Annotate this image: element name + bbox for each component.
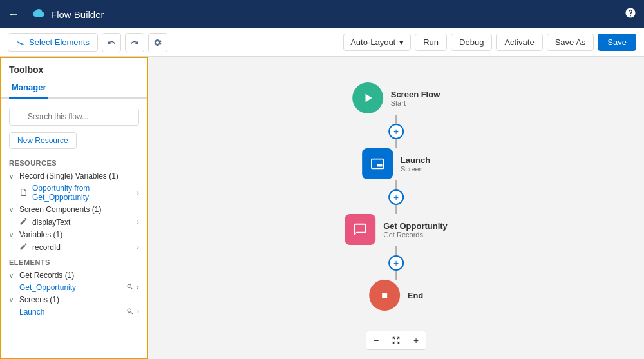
line bbox=[395, 180, 397, 189]
arrow-icon: › bbox=[137, 283, 139, 292]
zoom-fit-button[interactable] bbox=[386, 331, 406, 349]
header: ← Flow Builder bbox=[0, 0, 644, 28]
start-node-name: Screen Flow bbox=[391, 90, 440, 99]
launch-node-type: Screen bbox=[401, 165, 430, 173]
toolbar: Select Elements Auto-Layout ▾ Run Debug … bbox=[0, 28, 644, 57]
select-elements-button[interactable]: Select Elements bbox=[8, 33, 98, 52]
launch-node-name: Launch bbox=[401, 155, 430, 165]
end-node-name: End bbox=[408, 291, 424, 300]
zoom-in-button[interactable]: + bbox=[406, 331, 426, 349]
tree-item-get-records[interactable]: ∨ Get Records (1) bbox=[1, 269, 147, 282]
add-node-button-1[interactable]: + bbox=[388, 124, 404, 139]
zoom-out-button[interactable]: − bbox=[366, 331, 386, 349]
elements-section-label: ELEMENTS bbox=[1, 253, 147, 269]
tab-manager[interactable]: Manager bbox=[9, 79, 48, 99]
variable-icon bbox=[19, 242, 30, 252]
save-button[interactable]: Save bbox=[598, 34, 636, 51]
cloud-icon bbox=[33, 7, 44, 21]
variables-label: Variables (1) bbox=[19, 230, 139, 239]
toolbox-title: Toolbox bbox=[1, 58, 147, 79]
back-button[interactable]: ← bbox=[8, 8, 19, 20]
connector-3: + bbox=[388, 246, 404, 280]
end-node-text: End bbox=[408, 291, 424, 300]
get-opportunity-content: Get Opportunity Get Records bbox=[345, 214, 448, 245]
arrow-icon: › bbox=[137, 244, 139, 251]
tree-item-screen-components[interactable]: ∨ Screen Components (1) bbox=[1, 203, 147, 216]
cursor-icon bbox=[16, 37, 25, 48]
resources-section-label: RESOURCES bbox=[1, 154, 147, 170]
toolbox-tabs: Manager bbox=[1, 79, 147, 99]
settings-button[interactable] bbox=[148, 33, 167, 52]
add-node-button-2[interactable]: + bbox=[388, 189, 404, 205]
start-node: Screen Flow Start bbox=[352, 82, 440, 115]
element-child-get-opportunity[interactable]: Get_Opportunity › bbox=[1, 282, 147, 293]
chevron-icon: ∨ bbox=[9, 296, 17, 304]
tree-item-variables[interactable]: ∨ Variables (1) bbox=[1, 228, 147, 241]
start-node-content: Screen Flow Start bbox=[352, 82, 440, 113]
svg-rect-0 bbox=[382, 293, 387, 298]
new-resource-button[interactable]: New Resource bbox=[9, 132, 77, 149]
select-elements-label: Select Elements bbox=[29, 37, 90, 47]
auto-layout-button[interactable]: Auto-Layout ▾ bbox=[343, 34, 411, 51]
screen-components-label: Screen Components (1) bbox=[19, 205, 139, 214]
element-icons: › bbox=[126, 283, 139, 292]
launch-label: Launch bbox=[19, 307, 124, 316]
flow-diagram: Screen Flow Start + Launch bbox=[345, 82, 448, 312]
run-button[interactable]: Run bbox=[415, 34, 447, 51]
tree-child-record-id: recordId › bbox=[1, 241, 147, 253]
page-title: Flow Builder bbox=[51, 9, 618, 20]
component-icon bbox=[19, 217, 30, 227]
flow-canvas: Screen Flow Start + Launch bbox=[148, 57, 644, 359]
tree-item-record-vars[interactable]: ∨ Record (Single) Variables (1) bbox=[1, 170, 147, 182]
add-node-button-3[interactable]: + bbox=[388, 255, 404, 271]
screens-label: Screens (1) bbox=[19, 295, 139, 304]
get-opportunity-text: Get Opportunity Get Records bbox=[383, 221, 448, 238]
chevron-icon: ∨ bbox=[9, 272, 17, 279]
redo-button[interactable] bbox=[125, 33, 144, 52]
auto-layout-label: Auto-Layout bbox=[350, 37, 395, 47]
start-icon bbox=[352, 82, 383, 113]
arrow-icon: › bbox=[137, 218, 139, 226]
tree-item-screens[interactable]: ∨ Screens (1) bbox=[1, 293, 147, 306]
element-icons-2: › bbox=[126, 307, 139, 316]
record-vars-label: Record (Single) Variables (1) bbox=[19, 171, 139, 180]
start-node-text: Screen Flow Start bbox=[391, 90, 440, 107]
search-input[interactable] bbox=[9, 108, 139, 126]
tree-child-display-text: displayText › bbox=[1, 216, 147, 228]
main-area: Toolbox Manager New Resource RESOURCES ∨… bbox=[0, 57, 644, 359]
toolbox-content: New Resource RESOURCES ∨ Record (Single)… bbox=[1, 99, 147, 358]
chevron-down-icon: ▾ bbox=[399, 37, 404, 47]
line bbox=[395, 205, 397, 214]
undo-button[interactable] bbox=[102, 33, 121, 52]
record-id-label: recordId bbox=[32, 243, 135, 252]
debug-button[interactable]: Debug bbox=[451, 34, 492, 51]
zoom-controls: − + bbox=[366, 331, 426, 350]
chevron-icon: ∨ bbox=[9, 231, 17, 238]
arrow-icon-2: › bbox=[137, 307, 139, 316]
arrow-icon: › bbox=[137, 189, 139, 197]
line bbox=[395, 246, 397, 255]
launch-node: Launch Screen bbox=[362, 148, 430, 180]
start-node-type: Start bbox=[391, 99, 440, 107]
line bbox=[395, 139, 397, 148]
toolbar-right: Auto-Layout ▾ Run Debug Activate Save As… bbox=[343, 34, 636, 51]
chevron-icon: ∨ bbox=[9, 173, 17, 180]
screen-icon bbox=[362, 148, 393, 179]
search-small-icon-2[interactable] bbox=[126, 307, 134, 316]
launch-node-content: Launch Screen bbox=[362, 148, 430, 179]
tree-child-opportunity[interactable]: Opportunity from Get_Opportunity › bbox=[1, 182, 147, 203]
get-opportunity-label: Get_Opportunity bbox=[19, 283, 124, 292]
header-divider bbox=[26, 8, 26, 21]
save-as-button[interactable]: Save As bbox=[547, 34, 594, 51]
element-child-launch[interactable]: Launch › bbox=[1, 306, 147, 318]
line bbox=[395, 115, 397, 124]
get-opportunity-node: Get Opportunity Get Records bbox=[345, 214, 448, 246]
opportunity-label: Opportunity from Get_Opportunity bbox=[32, 184, 135, 202]
record-icon bbox=[19, 188, 30, 198]
search-wrapper bbox=[9, 108, 139, 126]
help-button[interactable] bbox=[625, 7, 636, 21]
get-opportunity-name: Get Opportunity bbox=[383, 221, 448, 231]
end-icon bbox=[369, 280, 400, 311]
activate-button[interactable]: Activate bbox=[496, 34, 542, 51]
search-small-icon[interactable] bbox=[126, 283, 134, 292]
